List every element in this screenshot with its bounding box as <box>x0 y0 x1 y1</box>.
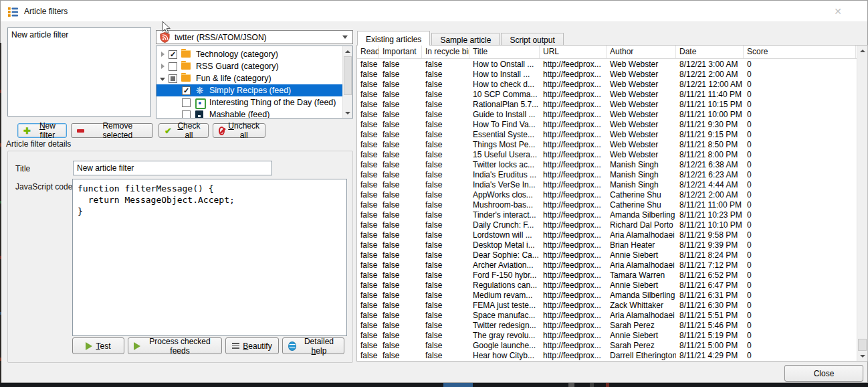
cell-title: The gray revolu... <box>469 331 540 340</box>
cell-score: 0 <box>744 140 856 149</box>
table-row[interactable]: falsefalsefalseIndia's Eruditus ...http:… <box>357 169 857 179</box>
column-header-recycle[interactable]: In recycle bin <box>422 46 469 58</box>
new-filter-button[interactable]: New filter <box>17 123 67 138</box>
checkbox-checked[interactable]: ✓ <box>169 50 177 59</box>
close-button[interactable]: Close <box>784 365 863 382</box>
javascript-code-editor[interactable]: function filterMessage() { return Messag… <box>72 179 347 336</box>
cell-important: false <box>379 100 422 109</box>
scroll-down-icon[interactable] <box>343 108 352 118</box>
table-row[interactable]: falsefalsefalseHear how Cityb...http://f… <box>357 350 857 360</box>
test-button[interactable]: Test <box>72 337 124 354</box>
table-row[interactable]: falsefalsefalseIndia's VerSe In...http:/… <box>357 179 857 189</box>
table-row[interactable]: falsefalsefalseDesktop Metal i...http://… <box>357 240 857 250</box>
cell-author: Sarah Perez <box>607 321 676 330</box>
table-row[interactable]: falsefalsefalseArcher Aviation...http://… <box>357 260 857 270</box>
table-row[interactable]: falsefalsefalseDaily Crunch: F...http://… <box>357 220 857 230</box>
checkbox-unchecked[interactable] <box>169 62 177 71</box>
tab-sample-article[interactable]: Sample article <box>431 33 500 46</box>
window-close-icon[interactable]: ✕ <box>831 5 845 17</box>
scroll-down-icon[interactable] <box>857 351 867 361</box>
expand-arrow-icon[interactable] <box>158 62 167 71</box>
checkbox-checked[interactable]: ✓ <box>182 86 191 95</box>
detailed-help-button[interactable]: Detailed help <box>282 337 344 354</box>
feeds-tree-scroll-thumb[interactable] <box>344 56 352 95</box>
cell-url: http://feedprox... <box>540 321 607 330</box>
column-header-author[interactable]: Author <box>607 46 676 58</box>
table-row[interactable]: falsefalsefalseLordstown will ...http://… <box>357 230 857 240</box>
table-row[interactable]: falsefalsefalseFord F-150 hybr...http://… <box>357 270 857 280</box>
cell-score: 0 <box>744 210 856 220</box>
expand-arrow-icon[interactable] <box>158 50 167 59</box>
cell-score: 0 <box>744 270 856 280</box>
tree-item[interactable]: ✓Technology (category) <box>156 48 342 60</box>
table-row[interactable]: falsefalsefalseHow to Install ...http://… <box>357 69 857 79</box>
table-row[interactable]: falsefalsefalseTinder's interact...http:… <box>357 210 857 220</box>
uncheck-all-button[interactable]: Uncheck all <box>213 123 265 138</box>
table-row[interactable]: falsefalsefalseRationalPlan 5.7...http:/… <box>357 99 857 109</box>
check-all-label: Check all <box>175 121 203 140</box>
table-row[interactable]: falsefalsefalseHow To Find Va...http://f… <box>357 119 857 129</box>
table-row[interactable]: falsefalsefalseGoogle launche...http://f… <box>357 340 857 350</box>
table-row[interactable]: falsefalsefalseMushroom-bas...http://fee… <box>357 200 857 210</box>
cell-date: 8/11/21 8:24 PM <box>676 250 744 260</box>
table-row[interactable]: falsefalsefalseSpace manufac...http://fe… <box>357 310 857 320</box>
table-scrollbar[interactable] <box>857 46 867 361</box>
account-combobox[interactable]: twtter (RSS/ATOM/JSON) <box>156 30 353 44</box>
table-scroll-thumb[interactable] <box>858 339 867 351</box>
cell-title: Hear how Cityb... <box>469 351 540 360</box>
column-header-title[interactable]: Title <box>469 46 540 58</box>
column-header-important[interactable]: Important <box>379 46 422 58</box>
table-row[interactable]: falsefalsefalseThings Most Pe...http://f… <box>357 139 857 149</box>
table-row[interactable]: falsefalsefalseHow to Onstall ...http://… <box>357 59 857 69</box>
feeds-tree-scrollbar[interactable] <box>342 46 352 118</box>
column-header-score[interactable]: Score <box>744 46 856 58</box>
table-row[interactable]: falsefalsefalseThe gray revolu...http://… <box>357 330 857 340</box>
table-row[interactable]: falsefalsefalseDear Sophie: Ca...http://… <box>357 250 857 260</box>
cell-title: Essential Syste... <box>469 130 540 139</box>
beautify-button[interactable]: Beautify <box>225 337 279 354</box>
remove-selected-button[interactable]: Remove selected <box>71 123 153 138</box>
check-all-button[interactable]: Check all <box>158 123 209 138</box>
tree-item[interactable]: RSS Guard (category) <box>156 60 342 72</box>
column-header-date[interactable]: Date <box>676 46 744 58</box>
cell-important: false <box>379 240 422 250</box>
filters-list[interactable]: New article filter <box>7 27 151 117</box>
tree-item-label: Technology (category) <box>196 50 278 59</box>
table-row[interactable]: falsefalsefalseAppWorks clos...http://fe… <box>357 189 857 200</box>
process-checked-feeds-button[interactable]: Process checked feeds <box>128 337 222 354</box>
column-header-url[interactable]: URL <box>540 46 607 58</box>
tree-item[interactable]: Mashable (feed) <box>156 108 342 118</box>
tree-item[interactable]: ✓Simply Recipes (feed) <box>156 84 342 96</box>
table-row[interactable]: falsefalsefalseRegulations can...http://… <box>357 280 857 290</box>
scroll-up-icon[interactable] <box>857 46 867 56</box>
cell-important: false <box>379 120 422 129</box>
checkbox-partial[interactable] <box>169 74 177 83</box>
cell-read: false <box>357 321 379 330</box>
cell-recycle: false <box>422 180 469 189</box>
cell-read: false <box>357 301 379 310</box>
table-row[interactable]: falsefalsefalse10 SCP Comma...http://fee… <box>357 89 857 99</box>
checkbox-unchecked[interactable] <box>182 98 191 107</box>
cell-recycle: false <box>422 250 469 260</box>
tree-item[interactable]: Interesting Thing of the Day (feed) <box>156 96 342 108</box>
table-row[interactable]: falsefalsefalseTwitter locks ac...http:/… <box>357 159 857 169</box>
cell-read: false <box>357 200 379 210</box>
title-input[interactable] <box>73 161 272 175</box>
expand-arrow-icon[interactable] <box>158 74 167 83</box>
table-row[interactable]: falsefalsefalseHow to check d...http://f… <box>357 79 857 89</box>
tab-existing-articles[interactable]: Existing articles <box>357 31 430 46</box>
tree-item[interactable]: Fun & life (category) <box>156 72 342 84</box>
table-row[interactable]: falsefalsefalseEssential Syste...http://… <box>357 129 857 139</box>
table-row[interactable]: falsefalsefalseTwitter redesign...http:/… <box>357 320 857 330</box>
scroll-up-icon[interactable] <box>343 46 352 56</box>
column-header-read[interactable]: Read <box>357 46 379 58</box>
tab-script-output[interactable]: Script output <box>501 33 563 46</box>
table-row[interactable]: falsefalsefalse15 Useful Usera...http://… <box>357 149 857 159</box>
checkbox-unchecked[interactable] <box>182 110 191 119</box>
filter-list-item[interactable]: New article filter <box>8 28 150 41</box>
table-row[interactable]: falsefalsefalseGuide to Install ...http:… <box>357 109 857 119</box>
cell-recycle: false <box>422 341 469 350</box>
table-row[interactable]: falsefalsefalseMedium revam...http://fee… <box>357 290 857 300</box>
table-row[interactable]: falsefalsefalseFEMA just teste...http://… <box>357 300 857 310</box>
cell-url: http://feedprox... <box>540 230 607 240</box>
